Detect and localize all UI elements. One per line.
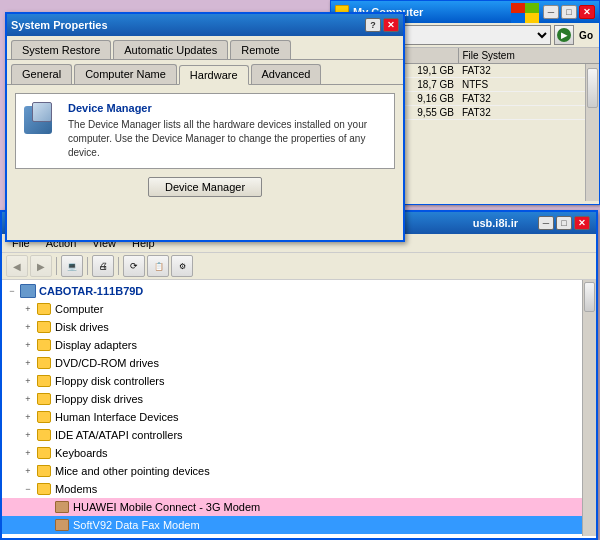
toolbar-sep-1 — [56, 257, 57, 275]
item-label-6: Human Interface Devices — [55, 411, 179, 423]
item-label-5: Floppy disk drives — [55, 393, 143, 405]
dm-section-title: Device Manager — [68, 102, 386, 114]
dm-scrollbar[interactable] — [582, 280, 596, 536]
item-label-7: IDE ATA/ATAPI controllers — [55, 429, 183, 441]
device-manager-window: Device Manager usb.i8i.ir ─ □ ✕ File Act… — [0, 210, 598, 540]
scan-refresh-button[interactable]: ⟳ — [123, 255, 145, 277]
item-label-10: Modems — [55, 483, 97, 495]
tree-item-6[interactable]: + Human Interface Devices — [2, 408, 582, 426]
item-icon-4 — [36, 373, 52, 389]
forward-button[interactable]: ▶ — [30, 255, 52, 277]
expand-icon-2[interactable]: + — [20, 337, 36, 353]
category-icon — [37, 357, 51, 369]
root-expand[interactable]: − — [4, 283, 20, 299]
dm-tree: − CABOTAR-111B79D + Computer + Disk driv… — [2, 280, 582, 536]
item-label-2: Display adapters — [55, 339, 137, 351]
minimize-button[interactable]: ─ — [543, 5, 559, 19]
sys-close-button[interactable]: ✕ — [383, 18, 399, 32]
tree-item-8[interactable]: + Keyboards — [2, 444, 582, 462]
tab-automatic-updates[interactable]: Automatic Updates — [113, 40, 228, 59]
item-icon-12 — [54, 517, 70, 533]
expand-icon-5[interactable]: + — [20, 391, 36, 407]
toolbar-sep-3 — [118, 257, 119, 275]
tab-system-restore[interactable]: System Restore — [11, 40, 111, 59]
system-properties-dialog: System Properties ? ✕ System Restore Aut… — [5, 12, 405, 242]
tab-advanced[interactable]: Advanced — [251, 64, 322, 84]
item-label-9: Mice and other pointing devices — [55, 465, 210, 477]
dm-window-controls: ─ □ ✕ — [538, 216, 590, 230]
go-button[interactable]: ▶ — [554, 25, 574, 45]
tree-item-0[interactable]: + Computer — [2, 300, 582, 318]
expand-icon-3[interactable]: + — [20, 355, 36, 371]
expand-icon-11 — [38, 499, 54, 515]
category-icon — [37, 321, 51, 333]
expand-icon-0[interactable]: + — [20, 301, 36, 317]
device-manager-button[interactable]: Device Manager — [148, 177, 262, 197]
tree-item-1[interactable]: + Disk drives — [2, 318, 582, 336]
tree-item-5[interactable]: + Floppy disk drives — [2, 390, 582, 408]
maximize-button[interactable]: □ — [561, 5, 577, 19]
tree-item-10[interactable]: − Modems — [2, 480, 582, 498]
tab-general[interactable]: General — [11, 64, 72, 84]
tab-computer-name[interactable]: Computer Name — [74, 64, 177, 84]
scrollbar-vertical[interactable] — [585, 64, 599, 201]
expand-icon-13[interactable]: + — [20, 535, 36, 536]
scrollbar-thumb — [587, 68, 598, 108]
tree-item-12[interactable]: SoftV92 Data Fax Modem — [2, 516, 582, 534]
computer-view-button[interactable]: 💻 — [61, 255, 83, 277]
item-icon-6 — [36, 409, 52, 425]
scrollbar-placeholder — [585, 48, 599, 63]
system-props-controls: ? ✕ — [365, 18, 399, 32]
category-icon — [37, 411, 51, 423]
expand-icon-7[interactable]: + — [20, 427, 36, 443]
expand-icon-12 — [38, 517, 54, 533]
expand-icon-8[interactable]: + — [20, 445, 36, 461]
dm-toolbar: ◀ ▶ 💻 🖨 ⟳ 📋 ⚙ — [2, 253, 596, 280]
close-button[interactable]: ✕ — [579, 5, 595, 19]
tree-item-3[interactable]: + DVD/CD-ROM drives — [2, 354, 582, 372]
dm-maximize-button[interactable]: □ — [556, 216, 572, 230]
expand-icon-10[interactable]: − — [20, 481, 36, 497]
go-label: Go — [577, 30, 595, 41]
dialog-content: Device Manager The Device Manager lists … — [7, 85, 403, 205]
tab-hardware[interactable]: Hardware — [179, 65, 249, 85]
system-props-title: System Properties — [11, 19, 108, 31]
item-icon-2 — [36, 337, 52, 353]
print-button[interactable]: 🖨 — [92, 255, 114, 277]
item-icon-9 — [36, 463, 52, 479]
help-tool-button[interactable]: ⚙ — [171, 255, 193, 277]
device-manager-text: Device Manager The Device Manager lists … — [68, 102, 386, 160]
category-icon — [37, 303, 51, 315]
item-label-1: Disk drives — [55, 321, 109, 333]
tree-item-4[interactable]: + Floppy disk controllers — [2, 372, 582, 390]
tabs-row-2: General Computer Name Hardware Advanced — [7, 60, 403, 85]
go-icon: ▶ — [557, 28, 571, 42]
item-label-0: Computer — [55, 303, 103, 315]
expand-icon-1[interactable]: + — [20, 319, 36, 335]
expand-icon-9[interactable]: + — [20, 463, 36, 479]
expand-icon-4[interactable]: + — [20, 373, 36, 389]
dm-titlebar-right: usb.i8i.ir ─ □ ✕ — [473, 216, 590, 230]
expand-icon-6[interactable]: + — [20, 409, 36, 425]
toolbar-sep-2 — [87, 257, 88, 275]
tree-item-2[interactable]: + Display adapters — [2, 336, 582, 354]
dm-minimize-button[interactable]: ─ — [538, 216, 554, 230]
tab-remote[interactable]: Remote — [230, 40, 291, 59]
tree-item-7[interactable]: + IDE ATA/ATAPI controllers — [2, 426, 582, 444]
item-icon-3 — [36, 355, 52, 371]
tree-root[interactable]: − CABOTAR-111B79D — [2, 282, 582, 300]
back-button[interactable]: ◀ — [6, 255, 28, 277]
item-icon-8 — [36, 445, 52, 461]
item-label-11: HUAWEI Mobile Connect - 3G Modem — [73, 501, 260, 513]
cell-fs: FAT32 — [458, 106, 585, 119]
help-button[interactable]: ? — [365, 18, 381, 32]
tree-item-13[interactable]: + Monitors — [2, 534, 582, 536]
dm-description: The Device Manager lists all the hardwar… — [68, 118, 386, 160]
tree-item-11[interactable]: HUAWEI Mobile Connect - 3G Modem — [2, 498, 582, 516]
item-icon-13 — [36, 535, 52, 536]
cell-fs: FAT32 — [458, 92, 585, 105]
category-icon — [37, 483, 51, 495]
dm-close-button[interactable]: ✕ — [574, 216, 590, 230]
tree-item-9[interactable]: + Mice and other pointing devices — [2, 462, 582, 480]
properties-button[interactable]: 📋 — [147, 255, 169, 277]
